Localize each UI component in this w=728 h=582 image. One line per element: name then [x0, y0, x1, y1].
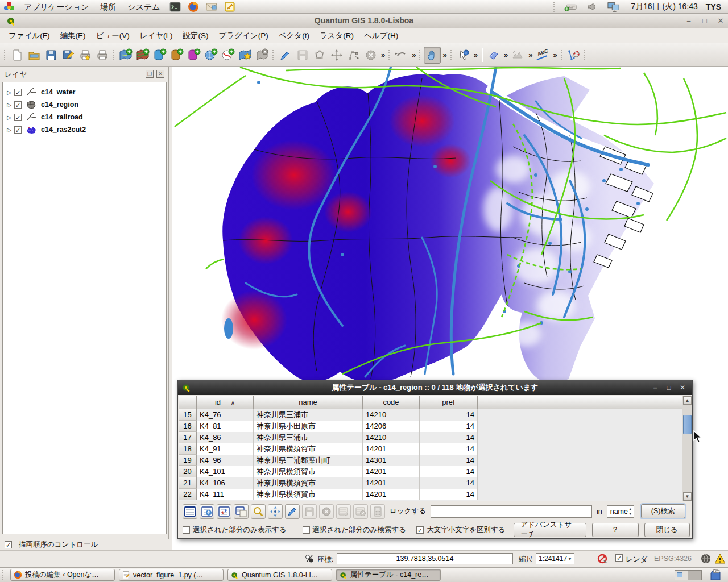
- vertical-scrollbar[interactable]: ▲ ▼: [682, 396, 692, 501]
- extent-toggle-icon[interactable]: [305, 554, 314, 563]
- remove-layer-button[interactable]: [254, 47, 271, 64]
- toolbar-overflow-chevron[interactable]: »: [551, 51, 559, 59]
- identify-features-button[interactable]: [455, 47, 472, 64]
- vertex-marker-tool-button[interactable]: [565, 47, 582, 64]
- panel-float-button[interactable]: ❐: [146, 70, 154, 78]
- cell-code[interactable]: 14201: [363, 443, 420, 455]
- text-editor-launcher-icon[interactable]: [224, 1, 236, 13]
- workspace-1[interactable]: [675, 571, 688, 580]
- menu-edit[interactable]: 編集(E): [55, 28, 91, 43]
- mail-launcher-icon[interactable]: [205, 1, 218, 13]
- layer-visibility-checkbox[interactable]: ✓: [14, 126, 22, 134]
- row-number[interactable]: 17: [179, 432, 197, 443]
- cell-id[interactable]: K4_91: [197, 443, 254, 455]
- crs-status-icon[interactable]: [701, 554, 711, 564]
- delete-column-button[interactable]: [353, 504, 368, 519]
- terminal-launcher-icon[interactable]: [169, 1, 181, 13]
- save-project-as-button[interactable]: [60, 47, 77, 64]
- firefox-launcher-icon[interactable]: [187, 1, 200, 13]
- new-shapefile-layer-button[interactable]: [237, 47, 254, 64]
- cell-pref[interactable]: 14: [420, 466, 478, 477]
- draw-order-checkbox[interactable]: ✓: [5, 541, 12, 548]
- column-header-name[interactable]: name: [254, 396, 363, 409]
- dialog-close-action-button[interactable]: 閉じる: [644, 523, 690, 537]
- field-combo[interactable]: name ▲▼: [607, 505, 634, 518]
- scroll-down-button[interactable]: ▼: [683, 492, 692, 501]
- stop-render-icon[interactable]: [597, 554, 607, 564]
- delete-selected-button[interactable]: [319, 504, 334, 519]
- menu-layer[interactable]: レイヤ(L): [135, 28, 178, 43]
- menu-applications[interactable]: アプリケーション: [18, 0, 94, 14]
- cell-pref[interactable]: 14: [420, 455, 478, 466]
- toolbar-overflow-chevron[interactable]: »: [441, 51, 448, 59]
- dialog-maximize-button[interactable]: □: [664, 383, 674, 393]
- cell-code[interactable]: 14210: [363, 409, 420, 421]
- row-number[interactable]: 18: [179, 443, 197, 455]
- cell-name[interactable]: 神奈川県三浦市: [254, 409, 363, 421]
- cell-pref[interactable]: 14: [420, 489, 478, 500]
- cell-id[interactable]: K4_96: [197, 455, 254, 466]
- add-wms-layer-button[interactable]: [202, 47, 220, 64]
- maximize-button[interactable]: □: [698, 15, 711, 27]
- scale-combo[interactable]: 1:241417 ▼: [536, 553, 574, 564]
- toolbar-handle[interactable]: [272, 50, 275, 60]
- menu-places[interactable]: 場所: [94, 0, 122, 14]
- pan-to-selection-button[interactable]: [268, 504, 283, 519]
- row-number[interactable]: 15: [179, 409, 197, 421]
- advanced-search-button[interactable]: アドバンストサーチ: [514, 523, 586, 537]
- composer-manager-button[interactable]: [94, 47, 111, 64]
- toggle-editing-button[interactable]: [285, 504, 300, 519]
- field-calculator-button[interactable]: [370, 504, 385, 519]
- help-button[interactable]: ?: [592, 523, 639, 537]
- expander-icon[interactable]: ▷: [5, 127, 13, 133]
- trash-icon[interactable]: [709, 569, 722, 581]
- toolbar-handle[interactable]: [584, 50, 587, 60]
- layer-item-c14-railroad[interactable]: ▷ ✓ c14_railroad: [5, 111, 164, 123]
- column-header-id[interactable]: id ∧: [197, 396, 254, 409]
- toolbar-handle[interactable]: [450, 50, 453, 60]
- workspace-switcher[interactable]: [675, 570, 702, 580]
- toolbar-handle[interactable]: [4, 50, 7, 60]
- cell-name[interactable]: 神奈川県小田原市: [254, 421, 363, 432]
- render-checkbox[interactable]: ✓: [615, 554, 623, 562]
- column-header-pref[interactable]: pref: [420, 396, 478, 409]
- distro-logo-icon[interactable]: [3, 1, 15, 13]
- cell-name[interactable]: 神奈川県三浦市: [254, 432, 363, 443]
- cell-pref[interactable]: 14: [420, 421, 478, 432]
- cell-name[interactable]: 神奈川県横須賀市: [254, 489, 363, 500]
- scroll-up-button[interactable]: ▲: [683, 396, 692, 405]
- row-number[interactable]: 19: [179, 455, 197, 466]
- copy-selected-rows-button[interactable]: [234, 504, 249, 519]
- cell-code[interactable]: 14201: [363, 466, 420, 477]
- layer-item-c14-region[interactable]: ▷ ✓ c14_region: [5, 98, 164, 111]
- menu-vector[interactable]: ベクタ(t): [274, 28, 315, 43]
- row-number[interactable]: 20: [179, 466, 197, 477]
- toolbar-handle[interactable]: [113, 50, 115, 60]
- workspace-2[interactable]: [688, 571, 701, 580]
- cell-code[interactable]: 14210: [363, 432, 420, 443]
- combo-spinner-icon[interactable]: ▲▼: [628, 507, 632, 516]
- menu-help[interactable]: ヘルプ(H): [359, 28, 403, 43]
- new-column-button[interactable]: [336, 504, 351, 519]
- save-project-button[interactable]: [43, 47, 60, 64]
- expander-icon[interactable]: ▷: [5, 102, 13, 108]
- menu-system[interactable]: システム: [122, 0, 166, 14]
- profile-tool-button[interactable]: [510, 47, 527, 64]
- search-input[interactable]: [431, 505, 592, 518]
- cell-name[interactable]: 神奈川県横須賀市: [254, 466, 363, 477]
- toolbar-overflow-chevron[interactable]: »: [472, 51, 479, 59]
- dialog-close-button[interactable]: ✕: [677, 383, 688, 393]
- zoom-to-selection-button[interactable]: [251, 504, 266, 519]
- cell-id[interactable]: K4_81: [197, 421, 254, 432]
- layer-item-c14-water[interactable]: ▷ ✓ c14_water: [5, 86, 164, 98]
- labeling-button[interactable]: ABC: [534, 47, 551, 64]
- move-vertex-tool-button[interactable]: [328, 47, 345, 64]
- cell-code[interactable]: 14301: [363, 455, 420, 466]
- display-settings-icon[interactable]: [607, 1, 620, 13]
- toolbar-overflow-chevron[interactable]: »: [379, 51, 387, 59]
- cell-pref[interactable]: 14: [420, 409, 478, 421]
- user-name[interactable]: TYS: [706, 2, 723, 11]
- show-selected-only-checkbox[interactable]: [183, 526, 190, 534]
- undo-button[interactable]: [393, 47, 410, 64]
- attribute-grid[interactable]: id ∧ name code pref 15 K4_76 神奈川県三浦市 142…: [179, 396, 682, 501]
